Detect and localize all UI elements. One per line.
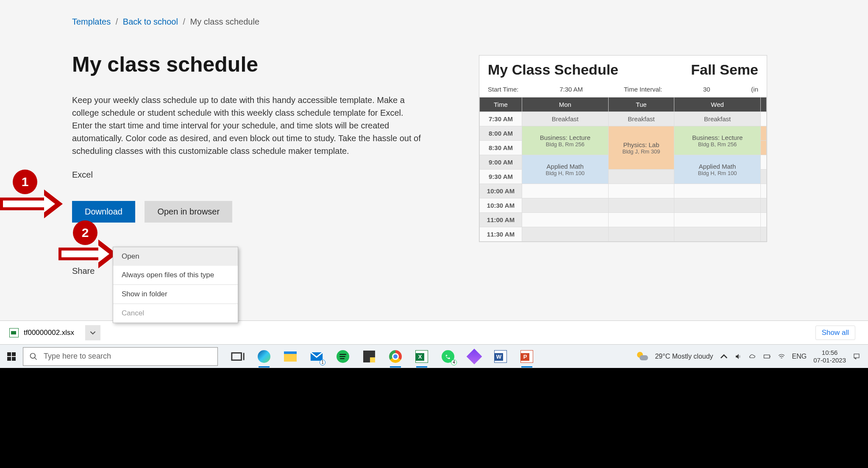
cell-extra bbox=[761, 112, 767, 126]
svg-point-0 bbox=[31, 353, 36, 358]
cell-math: Applied MathBldg H, Rm 100 bbox=[522, 155, 609, 184]
taskbar-app-icons: 1 X 4 W P bbox=[231, 349, 534, 364]
cell-physics: Physics: LabBldg J, Rm 309 bbox=[608, 126, 674, 170]
notifications-icon[interactable] bbox=[853, 353, 860, 360]
app-diamond-icon[interactable] bbox=[467, 349, 481, 364]
time-cell: 7:30 AM bbox=[480, 112, 522, 126]
svg-rect-6 bbox=[770, 356, 771, 357]
download-file-name: tf00000002.xlsx bbox=[24, 329, 74, 337]
interval-label: Time Interval: bbox=[624, 86, 662, 93]
search-placeholder: Type here to search bbox=[44, 352, 111, 361]
ctx-show-in-folder[interactable]: Show in folder bbox=[113, 285, 238, 304]
download-button[interactable]: Download bbox=[72, 201, 135, 223]
tray-chevron-up-icon[interactable] bbox=[720, 353, 728, 360]
start-time-value: 7:30 AM bbox=[559, 86, 583, 93]
system-tray: 29°C Mostly cloudy ENG 10:56 07-01-2023 bbox=[637, 349, 860, 364]
cell-breakfast: Breakfast bbox=[608, 112, 674, 126]
breadcrumb-sep: / bbox=[116, 17, 118, 26]
task-view-icon[interactable] bbox=[231, 349, 245, 364]
ctx-open[interactable]: Open bbox=[113, 247, 238, 266]
mail-icon[interactable]: 1 bbox=[309, 349, 324, 364]
time-cell: 9:30 AM bbox=[480, 170, 522, 184]
ctx-always-open[interactable]: Always open files of this type bbox=[113, 266, 238, 284]
svg-line-1 bbox=[35, 357, 37, 359]
breadcrumb-sep: / bbox=[183, 17, 185, 26]
time-cell: 8:00 AM bbox=[480, 126, 522, 141]
cell-extra bbox=[761, 170, 767, 184]
time-cell: 10:00 AM bbox=[480, 184, 522, 198]
annotation-badge-1: 1 bbox=[13, 170, 37, 194]
cell-breakfast: Breakfast bbox=[522, 112, 609, 126]
breadcrumb-templates[interactable]: Templates bbox=[72, 17, 111, 26]
powerpoint-icon[interactable]: P bbox=[520, 349, 534, 364]
download-context-menu: Open Always open files of this type Show… bbox=[113, 247, 238, 323]
col-wed: Wed bbox=[674, 98, 761, 112]
chevron-down-icon bbox=[90, 330, 96, 336]
cell-breakfast: Breakfast bbox=[674, 112, 761, 126]
interval-value: 30 bbox=[703, 86, 710, 93]
weather-icon[interactable] bbox=[637, 351, 648, 362]
open-in-browser-button[interactable]: Open in browser bbox=[145, 201, 232, 223]
time-cell: 9:00 AM bbox=[480, 155, 522, 170]
share-label: Share bbox=[72, 266, 95, 276]
template-preview: My Class Schedule Fall Seme Start Time: … bbox=[479, 55, 767, 242]
cell-empty bbox=[608, 170, 674, 184]
time-cell: 11:00 AM bbox=[480, 213, 522, 227]
preview-title: My Class Schedule bbox=[488, 61, 618, 78]
taskbar-search[interactable]: Type here to search bbox=[23, 347, 218, 366]
start-time-label: Start Time: bbox=[488, 86, 519, 93]
volume-icon[interactable] bbox=[734, 353, 742, 360]
cell-extra bbox=[761, 141, 767, 155]
start-button[interactable] bbox=[0, 345, 23, 368]
browser-download-bar: tf00000002.xlsx Show all bbox=[0, 320, 868, 344]
sticky-notes-icon[interactable] bbox=[362, 349, 376, 364]
svg-rect-7 bbox=[854, 354, 859, 358]
download-file-chip[interactable]: tf00000002.xlsx bbox=[9, 325, 100, 340]
time-cell: 11:30 AM bbox=[480, 227, 522, 242]
whatsapp-icon[interactable]: 4 bbox=[441, 349, 455, 364]
battery-icon[interactable] bbox=[763, 353, 771, 360]
windows-taskbar: Type here to search 1 X 4 W P 29°C Mostl… bbox=[0, 344, 868, 368]
time-cell: 10:30 AM bbox=[480, 198, 522, 213]
cell-extra bbox=[761, 126, 767, 141]
cell-math: Applied MathBldg H, Rm 100 bbox=[674, 155, 761, 184]
wifi-icon[interactable] bbox=[778, 353, 785, 360]
col-extra bbox=[761, 98, 767, 112]
word-icon[interactable]: W bbox=[493, 349, 508, 364]
file-explorer-icon[interactable] bbox=[283, 349, 298, 364]
schedule-table: Time Mon Tue Wed 7:30 AM Breakfast Break… bbox=[479, 97, 767, 242]
annotation-badge-2: 2 bbox=[73, 220, 97, 245]
language-indicator[interactable]: ENG bbox=[792, 353, 807, 360]
svg-rect-5 bbox=[764, 355, 770, 358]
col-mon: Mon bbox=[522, 98, 609, 112]
excel-file-icon bbox=[9, 328, 19, 337]
page-description: Keep your weekly class schedule up to da… bbox=[72, 94, 424, 157]
breadcrumb-back-to-school[interactable]: Back to school bbox=[123, 17, 178, 26]
cell-extra bbox=[761, 155, 767, 170]
svg-rect-2 bbox=[232, 353, 242, 360]
onedrive-icon[interactable] bbox=[749, 353, 757, 360]
col-time: Time bbox=[480, 98, 522, 112]
breadcrumb-current: My class schedule bbox=[190, 17, 259, 26]
interval-unit: (in bbox=[751, 86, 758, 93]
breadcrumb: Templates / Back to school / My class sc… bbox=[72, 17, 793, 27]
excel-icon[interactable]: X bbox=[415, 349, 429, 364]
chrome-icon[interactable] bbox=[388, 349, 403, 364]
ctx-cancel[interactable]: Cancel bbox=[113, 304, 238, 323]
spotify-icon[interactable] bbox=[336, 349, 350, 364]
show-all-downloads[interactable]: Show all bbox=[815, 326, 855, 340]
weather-text[interactable]: 29°C Mostly cloudy bbox=[655, 353, 713, 360]
edge-icon[interactable] bbox=[257, 349, 271, 364]
search-icon bbox=[29, 352, 38, 361]
windows-logo-icon bbox=[7, 352, 16, 361]
col-tue: Tue bbox=[608, 98, 674, 112]
preview-term: Fall Seme bbox=[691, 61, 758, 78]
letterbox-black bbox=[0, 368, 868, 468]
download-chevron-button[interactable] bbox=[85, 325, 100, 340]
time-cell: 8:30 AM bbox=[480, 141, 522, 155]
cell-business: Business: LectureBldg B, Rm 256 bbox=[674, 126, 761, 155]
clock[interactable]: 10:56 07-01-2023 bbox=[813, 349, 846, 364]
cell-business: Business: LectureBldg B, Rm 256 bbox=[522, 126, 609, 155]
